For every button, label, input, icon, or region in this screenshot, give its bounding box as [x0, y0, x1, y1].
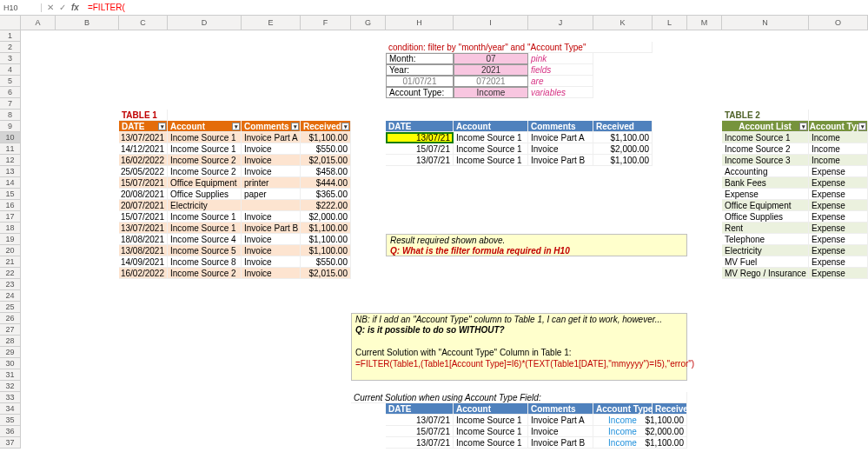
cell[interactable]: Current Solution when using Account Type… [351, 392, 687, 403]
cell[interactable]: Income Source 2 [168, 268, 242, 279]
cell[interactable]: MV Fuel [722, 256, 809, 268]
cell[interactable]: Invoice [242, 256, 301, 268]
row-header[interactable]: 25 [0, 302, 20, 313]
filter-dropdown-icon[interactable] [291, 123, 299, 130]
row-header[interactable]: 8 [0, 110, 20, 121]
cell[interactable]: $2,015.00 [301, 268, 351, 279]
cell[interactable]: NB: if I add an "Account Type" column to… [351, 313, 687, 324]
row-header[interactable]: 27 [0, 324, 20, 336]
cell[interactable]: 13/07/21 [386, 437, 454, 449]
cell[interactable]: Office Supplies [722, 211, 809, 223]
cell[interactable]: 13/07/2021 [119, 223, 168, 234]
row-header[interactable]: 14 [0, 177, 20, 189]
cell[interactable]: 15/07/21 [386, 143, 454, 155]
cell[interactable]: 07 [454, 53, 528, 64]
cell[interactable] [351, 336, 687, 347]
cell[interactable]: Office Equipment [168, 177, 242, 189]
row-header[interactable]: 32 [0, 381, 20, 392]
cell[interactable]: =FILTER(Table1,(Table1[Account Type]=I6)… [351, 358, 687, 369]
cell[interactable]: Received [301, 121, 351, 132]
cell[interactable]: Expense [809, 234, 868, 245]
cell[interactable]: Income Source 2 [722, 143, 809, 155]
cell[interactable]: 2021 [454, 64, 528, 76]
name-box[interactable]: H10 [0, 3, 42, 12]
cell[interactable]: Income Source 1 [454, 415, 528, 426]
cell[interactable]: Invoice [242, 234, 301, 245]
cell[interactable]: Account [454, 121, 528, 132]
cell[interactable]: Invoice [242, 155, 301, 166]
row-header[interactable]: 19 [0, 234, 20, 245]
cell[interactable]: Invoice Part A [528, 132, 593, 143]
cell[interactable]: $458.00 [301, 166, 351, 177]
cell[interactable]: Electricity [168, 200, 242, 211]
row-header[interactable]: 31 [0, 369, 20, 381]
row-header[interactable]: 11 [0, 143, 20, 155]
row-header[interactable]: 3 [0, 53, 20, 64]
cell[interactable]: Account Type: [386, 87, 454, 98]
cell[interactable]: Invoice [242, 245, 301, 256]
cell[interactable]: Income Source 3 [722, 155, 809, 166]
col-header[interactable]: L [653, 16, 687, 30]
row-header[interactable]: 5 [0, 76, 20, 87]
cell[interactable]: 15/07/2021 [119, 177, 168, 189]
col-header[interactable]: O [809, 16, 868, 30]
cell[interactable]: Income Source 1 [454, 437, 528, 449]
fx-icon[interactable]: fx [71, 3, 79, 12]
row-header[interactable]: 1 [0, 30, 20, 42]
cell[interactable]: are [528, 76, 593, 87]
cell[interactable]: Received [653, 403, 687, 415]
cell[interactable]: Expense [809, 166, 868, 177]
cell[interactable]: Income Source 1 [454, 143, 528, 155]
cell[interactable]: $2,000.00 [301, 211, 351, 223]
row-header[interactable]: 17 [0, 211, 20, 223]
cell[interactable]: condition: filter by "month/year" and "A… [386, 42, 653, 53]
accept-icon[interactable]: ✓ [59, 3, 66, 12]
cell[interactable]: Income [809, 155, 868, 166]
cell[interactable]: 13/08/2021 [119, 245, 168, 256]
cell[interactable]: 14/12/2021 [119, 143, 168, 155]
col-header[interactable]: C [119, 16, 168, 30]
cell[interactable]: $2,000.00 [653, 426, 687, 437]
cell[interactable]: Telephone [722, 234, 809, 245]
cell[interactable]: Q: is it possible to do so WITHOUT? [351, 324, 687, 336]
cell[interactable]: Income Source 1 [168, 132, 242, 143]
cell[interactable]: Income Source 1 [454, 426, 528, 437]
cell[interactable] [351, 369, 687, 381]
row-header[interactable]: 34 [0, 403, 20, 415]
col-header[interactable]: G [351, 16, 386, 30]
cell[interactable]: 18/08/2021 [119, 234, 168, 245]
cell[interactable]: Account Type [593, 403, 653, 415]
filter-dropdown-icon[interactable] [158, 123, 166, 130]
cell[interactable]: 16/02/2022 [119, 155, 168, 166]
cell[interactable]: Income Source 1 [168, 223, 242, 234]
col-header[interactable]: D [168, 16, 242, 30]
cell[interactable]: Bank Fees [722, 177, 809, 189]
row-header[interactable]: 29 [0, 347, 20, 358]
cell[interactable]: Expense [809, 177, 868, 189]
cell[interactable]: 13/07/21 [386, 415, 454, 426]
row-header[interactable]: 2 [0, 42, 20, 53]
cell[interactable]: Income Source 1 [454, 155, 528, 166]
col-header[interactable]: N [722, 16, 809, 30]
cell[interactable]: 01/07/21 [386, 76, 454, 87]
cell[interactable]: $1,100.00 [301, 223, 351, 234]
cell[interactable]: 20/08/2021 [119, 189, 168, 200]
cell[interactable]: Income Source 1 [454, 132, 528, 143]
cell[interactable]: Income Source 8 [168, 256, 242, 268]
filter-dropdown-icon[interactable] [858, 123, 866, 130]
cell[interactable]: Income Source 2 [168, 155, 242, 166]
cell[interactable]: Expense [809, 245, 868, 256]
cell[interactable]: Income Source 1 [722, 132, 809, 143]
cell[interactable]: Invoice [528, 426, 593, 437]
cell[interactable]: Income [593, 426, 653, 437]
row-header[interactable]: 12 [0, 155, 20, 166]
row-header[interactable]: 10 [0, 132, 20, 143]
cell[interactable]: Income Source 1 [168, 143, 242, 155]
cell[interactable]: $1,100.00 [301, 245, 351, 256]
cell[interactable]: Expense [809, 200, 868, 211]
cell[interactable]: Expense [809, 268, 868, 279]
cell[interactable]: DATE [119, 121, 168, 132]
cell[interactable]: Year: [386, 64, 454, 76]
cell[interactable]: $222.00 [301, 200, 351, 211]
cell[interactable]: Invoice Part A [242, 132, 301, 143]
